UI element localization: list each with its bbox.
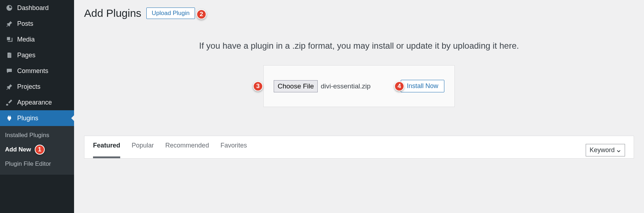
- selected-filename: divi-essential.zip: [321, 82, 370, 90]
- callout-badge-4: 4: [394, 81, 404, 91]
- menu-label: Dashboard: [17, 4, 49, 12]
- submenu-plugin-file-editor[interactable]: Plugin File Editor: [0, 158, 74, 170]
- plugins-submenu: Installed Plugins Add New 1 Plugin File …: [0, 126, 74, 175]
- submenu-label: Add New: [5, 146, 31, 153]
- install-now-button[interactable]: Install Now: [401, 80, 444, 92]
- plugin-tabs: Featured Popular Recommended Favorites: [93, 142, 247, 158]
- submenu-label: Installed Plugins: [5, 132, 49, 139]
- main-content: Add Plugins Upload Plugin 2 If you have …: [74, 0, 644, 213]
- search-type-label: Keyword: [590, 146, 615, 154]
- plugin-icon: [5, 115, 14, 122]
- dashboard-icon: [5, 4, 14, 11]
- pin-icon: [5, 83, 14, 90]
- brush-icon: [5, 99, 14, 106]
- upload-form: 3 Choose File divi-essential.zip 4 Insta…: [263, 65, 455, 107]
- menu-label: Posts: [17, 20, 33, 28]
- media-icon: [5, 35, 14, 43]
- admin-sidebar: Dashboard Posts Media Pages Comments Pro…: [0, 0, 74, 213]
- menu-label: Pages: [17, 52, 35, 59]
- filter-bar: Featured Popular Recommended Favorites K…: [84, 136, 634, 159]
- menu-label: Appearance: [17, 99, 52, 106]
- menu-label: Projects: [17, 83, 40, 91]
- menu-media[interactable]: Media: [0, 32, 74, 47]
- tab-recommended[interactable]: Recommended: [165, 142, 209, 158]
- comments-icon: [5, 67, 14, 74]
- menu-comments[interactable]: Comments: [0, 63, 74, 79]
- search-type-select[interactable]: Keyword: [586, 144, 625, 156]
- page-title: Add Plugins: [84, 7, 141, 19]
- pages-icon: [5, 52, 14, 59]
- choose-file-button[interactable]: Choose File: [274, 80, 318, 92]
- tab-popular[interactable]: Popular: [132, 142, 154, 158]
- upload-description: If you have a plugin in a .zip format, y…: [84, 41, 634, 51]
- menu-label: Comments: [17, 67, 48, 75]
- callout-badge-1: 1: [35, 145, 45, 155]
- file-input-group: Choose File divi-essential.zip: [274, 80, 371, 92]
- menu-label: Media: [17, 36, 35, 43]
- tab-featured[interactable]: Featured: [93, 142, 120, 158]
- menu-posts[interactable]: Posts: [0, 16, 74, 32]
- submenu-add-new[interactable]: Add New 1: [0, 142, 74, 158]
- callout-badge-2: 2: [196, 9, 206, 19]
- menu-label: Plugins: [17, 115, 38, 122]
- menu-dashboard[interactable]: Dashboard: [0, 0, 74, 16]
- pin-icon: [5, 20, 14, 27]
- menu-pages[interactable]: Pages: [0, 47, 74, 63]
- menu-projects[interactable]: Projects: [0, 79, 74, 95]
- menu-plugins[interactable]: Plugins: [0, 110, 74, 126]
- upload-plugin-button[interactable]: Upload Plugin: [146, 8, 195, 19]
- submenu-label: Plugin File Editor: [5, 160, 51, 168]
- tab-favorites[interactable]: Favorites: [220, 142, 247, 158]
- page-header: Add Plugins Upload Plugin 2: [84, 7, 634, 19]
- callout-badge-3: 3: [253, 81, 263, 91]
- menu-appearance[interactable]: Appearance: [0, 95, 74, 110]
- submenu-installed-plugins[interactable]: Installed Plugins: [0, 129, 74, 142]
